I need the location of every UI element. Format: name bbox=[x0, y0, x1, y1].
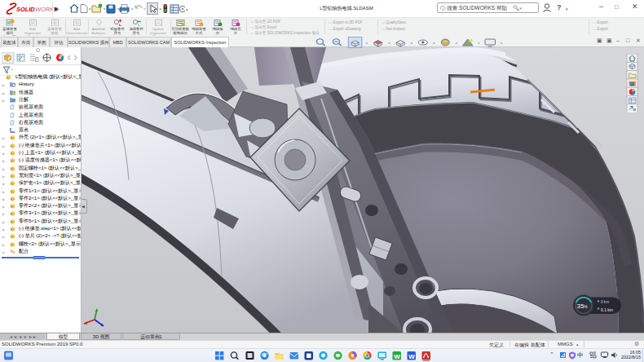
svg-text:0 km: 0 km bbox=[601, 300, 609, 304]
svg-text:0.1 km: 0.1 km bbox=[601, 307, 613, 312]
svg-text:W: W bbox=[408, 353, 415, 360]
svg-text:W: W bbox=[394, 353, 400, 360]
svg-text:SOLID: SOLID bbox=[16, 6, 35, 13]
